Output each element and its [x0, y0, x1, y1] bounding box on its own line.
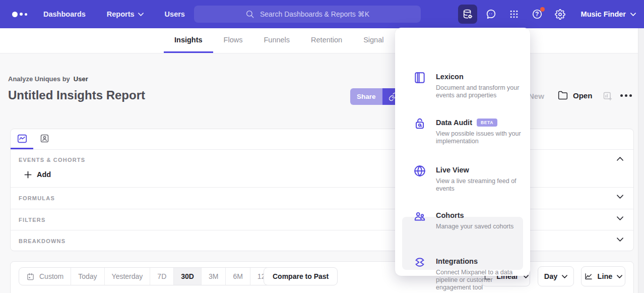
mixpanel-logo — [12, 12, 27, 17]
add-to-dashboard-button[interactable] — [603, 91, 613, 101]
chevron-down-icon — [617, 195, 623, 199]
range-3m-label: 3M — [209, 272, 218, 280]
project-switcher[interactable]: Music Finder — [581, 10, 636, 18]
apps-grid-icon — [509, 9, 519, 19]
tab-funnels[interactable]: Funnels — [253, 28, 300, 53]
range-7d[interactable]: 7D — [150, 268, 174, 285]
line-chart-icon — [17, 133, 28, 144]
events-collapse-button[interactable] — [617, 157, 623, 161]
support-chat-button[interactable] — [481, 5, 500, 24]
filters-expand-button[interactable] — [617, 216, 623, 220]
sync-icon — [413, 256, 426, 269]
share-button-label: Share — [357, 93, 376, 100]
screen: Dashboards Reports Users Search Dashboar… — [0, 0, 644, 293]
tab-insights-label: Insights — [174, 36, 203, 44]
popover-item-title: Live View — [436, 166, 469, 174]
tab-retention-label: Retention — [311, 36, 342, 44]
popover-item-desc: Manage your saved cohorts — [436, 223, 525, 230]
calendar-icon — [26, 272, 35, 281]
compare-to-past-button[interactable]: Compare to Past — [264, 267, 338, 285]
help-button[interactable]: ? — [528, 5, 547, 24]
nav-dashboards[interactable]: Dashboards — [43, 10, 86, 18]
breakdowns-section[interactable]: BREAKDOWNS — [11, 230, 633, 251]
tab-flows[interactable]: Flows — [213, 28, 253, 53]
chart-type-label: Line — [598, 272, 613, 280]
breakdowns-expand-button[interactable] — [617, 238, 623, 242]
profile-card-icon — [39, 133, 50, 144]
search-input[interactable]: Search Dashboards & Reports ⌘K — [194, 6, 421, 23]
tab-insights[interactable]: Insights — [164, 28, 213, 53]
builder-tab-events[interactable] — [11, 129, 33, 149]
chevron-down-icon — [617, 275, 622, 278]
formulas-expand-button[interactable] — [617, 195, 623, 199]
chart-plus-icon — [603, 91, 613, 101]
data-management-button[interactable] — [458, 5, 477, 24]
search-placeholder: Search Dashboards & Reports ⌘K — [260, 10, 369, 18]
report-context: Analyze Uniques byUser — [8, 75, 88, 83]
tab-signal-label: Signal — [363, 36, 383, 44]
interval-button[interactable]: Day — [538, 266, 574, 286]
range-30d-label: 30D — [181, 272, 194, 280]
help-glyph: ? — [535, 11, 539, 18]
primary-nav: Dashboards Reports Users — [43, 10, 185, 18]
tools-popover: Lexicon Document and transform your even… — [395, 28, 530, 276]
range-3m[interactable]: 3M — [202, 268, 226, 285]
gear-icon — [555, 9, 565, 20]
open-button[interactable]: Open — [558, 90, 592, 100]
range-6m-label: 6M — [233, 272, 242, 280]
apps-grid-button[interactable] — [504, 5, 524, 24]
search-icon — [245, 10, 254, 19]
nav-users[interactable]: Users — [165, 10, 185, 18]
project-name: Music Finder — [581, 10, 626, 18]
popover-item-title: Data Audit — [436, 119, 472, 127]
line-chart-icon — [584, 272, 593, 281]
report-context-prefix: Analyze Uniques by — [8, 75, 70, 83]
nav-reports[interactable]: Reports — [107, 10, 144, 18]
scrollbar-track[interactable] — [638, 28, 644, 293]
share-button[interactable]: Share — [350, 88, 382, 105]
more-options-button[interactable] — [620, 94, 632, 97]
folder-icon — [558, 90, 568, 100]
logo-dot — [12, 12, 18, 17]
range-6m[interactable]: 6M — [226, 268, 250, 285]
plus-icon — [24, 171, 32, 179]
tab-flows-label: Flows — [224, 36, 243, 44]
range-30d[interactable]: 30D — [174, 268, 202, 285]
tab-retention[interactable]: Retention — [300, 28, 353, 53]
chevron-down-icon — [630, 13, 636, 16]
logo-dot — [25, 13, 27, 16]
new-button[interactable]: New — [529, 92, 544, 100]
page-title[interactable]: Untitled Insights Report — [8, 88, 145, 102]
chart-type-button[interactable]: Line — [581, 266, 625, 286]
add-event-button[interactable]: Add — [24, 170, 51, 179]
logo-dot — [20, 13, 23, 16]
time-range-panel: Custom Today Yesterday 7D 30D 3M 6M 12M … — [10, 261, 634, 293]
notification-dot — [540, 7, 545, 12]
book-icon — [413, 71, 426, 84]
ellipsis-icon — [629, 94, 632, 97]
range-custom[interactable]: Custom — [19, 268, 71, 285]
builder-tab-profiles[interactable] — [33, 129, 56, 149]
beta-badge: BETA — [477, 119, 497, 127]
open-button-label: Open — [573, 91, 592, 100]
chevron-down-icon — [138, 13, 144, 16]
formulas-section[interactable]: FORMULAS — [11, 188, 633, 209]
range-today-label: Today — [78, 272, 97, 280]
database-gear-icon — [462, 9, 473, 20]
ellipsis-icon — [620, 94, 623, 97]
settings-button[interactable] — [551, 5, 570, 24]
date-range-group: Custom Today Yesterday 7D 30D 3M 6M 12M — [19, 267, 279, 285]
range-yesterday-label: Yesterday — [112, 272, 143, 280]
users-icon — [413, 210, 426, 223]
report-tabs: Insights Flows Funnels Retention Signal … — [0, 28, 644, 53]
formulas-header: FORMULAS — [19, 195, 55, 201]
filters-header: FILTERS — [19, 217, 45, 223]
range-today[interactable]: Today — [71, 268, 104, 285]
tab-signal[interactable]: Signal — [353, 28, 394, 53]
range-yesterday[interactable]: Yesterday — [105, 268, 151, 285]
query-builder-panel: EVENTS & COHORTS Add FORMULAS FILTERS BR… — [10, 129, 634, 251]
ellipsis-icon — [625, 94, 627, 97]
filters-section[interactable]: FILTERS — [11, 209, 633, 230]
report-context-entity[interactable]: User — [74, 75, 88, 83]
nav-dashboards-label: Dashboards — [43, 10, 86, 18]
